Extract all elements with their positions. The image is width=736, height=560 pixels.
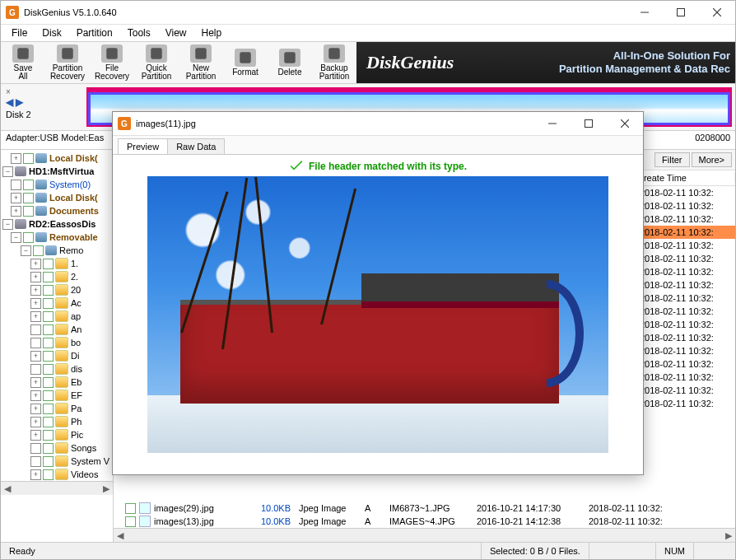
expand-toggle-icon[interactable]: + bbox=[30, 390, 41, 401]
tree-node[interactable]: Songs bbox=[1, 441, 113, 455]
expand-toggle-icon[interactable]: + bbox=[30, 285, 41, 296]
tool-partition-recovery[interactable]: PartitionRecovery bbox=[45, 42, 90, 83]
expand-toggle-icon[interactable]: − bbox=[2, 166, 13, 177]
expand-toggle-icon[interactable] bbox=[30, 364, 41, 375]
tab-preview[interactable]: Preview bbox=[118, 138, 168, 154]
tree-hscrollbar[interactable]: ◀▶ bbox=[1, 481, 113, 495]
checkbox[interactable] bbox=[23, 180, 34, 190]
checkbox[interactable] bbox=[43, 324, 54, 335]
expand-toggle-icon[interactable] bbox=[11, 180, 21, 190]
expand-toggle-icon[interactable]: + bbox=[30, 404, 41, 414]
checkbox[interactable] bbox=[23, 193, 34, 203]
tree-node[interactable]: System V bbox=[1, 455, 113, 468]
menu-partition[interactable]: Partition bbox=[69, 26, 120, 40]
row-checkbox[interactable] bbox=[125, 516, 136, 527]
maximize-button[interactable] bbox=[663, 1, 699, 24]
tree-node[interactable]: +Local Disk( bbox=[1, 152, 113, 165]
checkbox[interactable] bbox=[43, 351, 54, 362]
checkbox[interactable] bbox=[43, 338, 54, 348]
dialog-close-button[interactable] bbox=[607, 112, 643, 135]
disk-tree[interactable]: +Local Disk(−HD1:MsftVirtua System(0)+Lo… bbox=[1, 150, 114, 542]
expand-toggle-icon[interactable]: + bbox=[30, 272, 41, 282]
checkbox[interactable] bbox=[23, 206, 34, 217]
tree-node[interactable]: +EF bbox=[1, 389, 113, 402]
expand-toggle-icon[interactable]: + bbox=[30, 351, 41, 362]
tool-quick-partition[interactable]: QuickPartition bbox=[134, 42, 179, 83]
tool-new-partition[interactable]: NewPartition bbox=[179, 42, 223, 83]
menu-view[interactable]: View bbox=[158, 26, 194, 40]
nav-arrows[interactable]: ◀ ▶ bbox=[6, 96, 82, 108]
checkbox[interactable] bbox=[43, 456, 54, 467]
tool-delete[interactable]: Delete bbox=[268, 42, 312, 83]
tree-node[interactable]: +Videos bbox=[1, 468, 113, 481]
expand-toggle-icon[interactable] bbox=[30, 324, 41, 335]
menu-file[interactable]: File bbox=[4, 26, 35, 40]
tool-save-all[interactable]: SaveAll bbox=[1, 42, 45, 83]
expand-toggle-icon[interactable] bbox=[30, 338, 41, 348]
col-create-time[interactable]: Create Time bbox=[632, 173, 735, 183]
tree-node[interactable]: +Ac bbox=[1, 296, 113, 310]
dialog-maximize-button[interactable] bbox=[571, 112, 607, 135]
expand-toggle-icon[interactable]: + bbox=[11, 153, 21, 164]
expand-toggle-icon[interactable]: − bbox=[11, 232, 21, 243]
tree-node[interactable]: +Ph bbox=[1, 415, 113, 428]
dialog-minimize-button[interactable] bbox=[534, 112, 571, 135]
expand-toggle-icon[interactable]: − bbox=[2, 219, 13, 230]
filter-button[interactable]: Filter bbox=[654, 152, 689, 167]
checkbox[interactable] bbox=[43, 285, 54, 296]
checkbox[interactable] bbox=[43, 377, 54, 388]
tree-node[interactable]: System(0) bbox=[1, 178, 113, 191]
tree-node[interactable]: +Local Disk( bbox=[1, 191, 113, 204]
menu-help[interactable]: Help bbox=[194, 26, 230, 40]
expand-toggle-icon[interactable]: + bbox=[30, 417, 41, 427]
tool-backup-partition[interactable]: BackupPartition bbox=[312, 42, 356, 83]
expand-toggle-icon[interactable]: + bbox=[30, 377, 41, 388]
table-row[interactable]: images(13).jpg10.0KBJpeg ImageAIMAGES~4.… bbox=[114, 515, 735, 528]
tree-node[interactable]: +Eb bbox=[1, 376, 113, 389]
expand-toggle-icon[interactable]: + bbox=[30, 311, 41, 322]
checkbox[interactable] bbox=[43, 469, 54, 480]
checkbox[interactable] bbox=[43, 404, 54, 414]
expand-toggle-icon[interactable]: − bbox=[21, 245, 31, 256]
checkbox[interactable] bbox=[43, 443, 54, 454]
expand-toggle-icon[interactable]: + bbox=[30, 298, 41, 309]
expand-toggle-icon[interactable] bbox=[30, 456, 41, 467]
tool-format[interactable]: Format bbox=[223, 42, 268, 83]
minimize-button[interactable] bbox=[627, 1, 663, 24]
checkbox[interactable] bbox=[43, 298, 54, 309]
checkbox[interactable] bbox=[43, 390, 54, 401]
expand-toggle-icon[interactable]: + bbox=[11, 193, 21, 203]
close-panel-x[interactable]: × bbox=[6, 87, 82, 96]
expand-toggle-icon[interactable]: + bbox=[30, 430, 41, 441]
tree-node[interactable]: −Removable bbox=[1, 231, 113, 244]
tree-node[interactable]: +2. bbox=[1, 270, 113, 283]
filelist-hscrollbar[interactable]: ◀▶ bbox=[114, 528, 735, 542]
tree-node[interactable]: dis bbox=[1, 362, 113, 376]
tree-node[interactable]: +Documents bbox=[1, 204, 113, 217]
row-checkbox[interactable] bbox=[125, 503, 136, 514]
checkbox[interactable] bbox=[33, 245, 44, 256]
expand-toggle-icon[interactable]: + bbox=[11, 206, 21, 217]
tree-node[interactable]: +Di bbox=[1, 349, 113, 362]
menu-disk[interactable]: Disk bbox=[35, 26, 68, 40]
tree-node[interactable]: +ap bbox=[1, 310, 113, 323]
tree-node[interactable]: −RD2:EassosDis bbox=[1, 217, 113, 231]
tree-node[interactable]: +20 bbox=[1, 283, 113, 296]
tree-node[interactable]: −Remo bbox=[1, 244, 113, 257]
checkbox[interactable] bbox=[43, 272, 54, 282]
tree-node[interactable]: +1. bbox=[1, 257, 113, 270]
expand-toggle-icon[interactable] bbox=[30, 443, 41, 454]
tree-node[interactable]: bo bbox=[1, 336, 113, 349]
tab-raw-data[interactable]: Raw Data bbox=[167, 138, 225, 154]
tree-node[interactable]: +Pic bbox=[1, 428, 113, 441]
tree-node[interactable]: −HD1:MsftVirtua bbox=[1, 165, 113, 178]
checkbox[interactable] bbox=[43, 417, 54, 427]
tool-file-recovery[interactable]: FileRecovery bbox=[90, 42, 134, 83]
table-row[interactable]: images(29).jpg10.0KBJpeg ImageAIM6873~1.… bbox=[114, 502, 735, 515]
more-button[interactable]: More> bbox=[692, 152, 733, 167]
expand-toggle-icon[interactable]: + bbox=[30, 469, 41, 480]
menu-tools[interactable]: Tools bbox=[120, 26, 158, 40]
expand-toggle-icon[interactable]: + bbox=[30, 259, 41, 269]
checkbox[interactable] bbox=[43, 311, 54, 322]
checkbox[interactable] bbox=[23, 153, 34, 164]
